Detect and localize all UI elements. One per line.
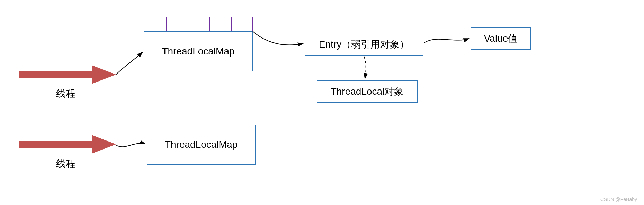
connector-cells-to-entry bbox=[252, 29, 307, 50]
threadlocal-obj-box: ThreadLocal对象 bbox=[317, 80, 418, 103]
svg-marker-3 bbox=[92, 135, 116, 154]
svg-marker-1 bbox=[92, 65, 116, 84]
value-box: Value值 bbox=[471, 27, 531, 50]
svg-rect-2 bbox=[19, 141, 92, 148]
value-text: Value值 bbox=[484, 32, 518, 45]
threadlocalmap-box-2: ThreadLocalMap bbox=[147, 125, 256, 165]
array-cell bbox=[144, 17, 166, 31]
thread-arrow-1 bbox=[19, 65, 116, 86]
entry-box: Entry（弱引用对象） bbox=[305, 33, 423, 56]
thread-label-1: 线程 bbox=[48, 87, 83, 101]
array-cell bbox=[188, 17, 209, 31]
watermark: CSDN @FeBaby bbox=[600, 197, 637, 202]
array-cell bbox=[166, 17, 188, 31]
array-cell bbox=[209, 17, 231, 31]
entry-text: Entry（弱引用对象） bbox=[319, 38, 409, 51]
threadlocalmap-text-1: ThreadLocalMap bbox=[162, 46, 234, 57]
threadlocalmap-text-2: ThreadLocalMap bbox=[165, 139, 238, 150]
threadlocal-obj-text: ThreadLocal对象 bbox=[331, 85, 404, 98]
threadlocalmap-box-1: ThreadLocalMap bbox=[144, 31, 253, 71]
connector-thread2-to-map bbox=[114, 139, 149, 153]
connector-entry-to-value bbox=[423, 33, 472, 47]
array-cells bbox=[144, 17, 253, 31]
thread-label-2: 线程 bbox=[48, 157, 83, 171]
connector-entry-to-threadlocal bbox=[360, 56, 370, 82]
svg-rect-0 bbox=[19, 71, 92, 78]
connector-thread1-to-map bbox=[114, 49, 149, 76]
array-cell bbox=[231, 17, 253, 31]
thread-arrow-2 bbox=[19, 135, 116, 156]
